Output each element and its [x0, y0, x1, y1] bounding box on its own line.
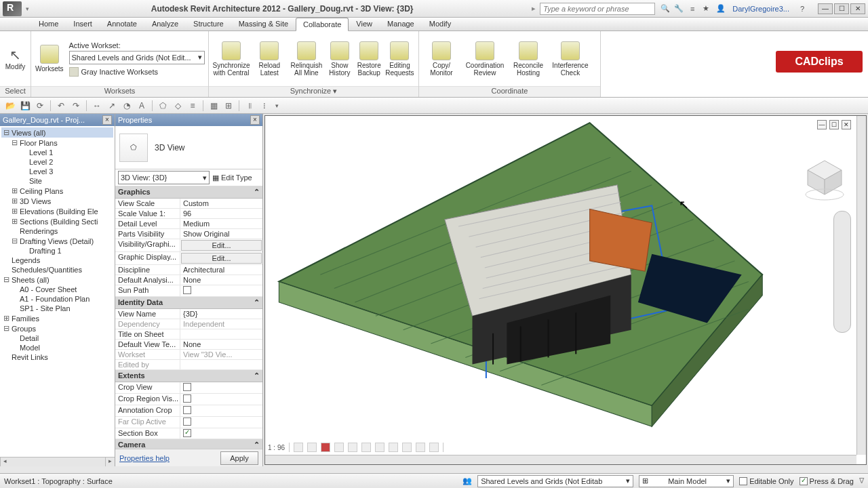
- tree-item[interactable]: ⊟Floor Plans: [1, 138, 113, 148]
- property-row[interactable]: Default Analysi...None: [115, 275, 262, 285]
- sync-qat-icon[interactable]: ⟳: [34, 100, 46, 112]
- tab-modify[interactable]: Modify: [422, 17, 458, 30]
- 3d-viewport[interactable]: — ☐ ✕ ↖ 1 : 96: [264, 115, 867, 465]
- crop-icon[interactable]: [361, 443, 371, 452]
- tree-item[interactable]: A1 - Foundation Plan: [1, 294, 113, 304]
- relinquish-button[interactable]: Relinquish All Mine: [288, 40, 326, 78]
- property-row[interactable]: Default View Te...None: [115, 340, 262, 350]
- search-icon[interactable]: 🔍: [659, 3, 671, 15]
- tree-item[interactable]: ⊞3D Views: [1, 196, 113, 206]
- tree-item[interactable]: ⊞Ceiling Plans: [1, 186, 113, 196]
- reload-latest-button[interactable]: Reload Latest: [251, 40, 288, 78]
- edit-type-button[interactable]: ▦Edit Type: [212, 171, 260, 184]
- tree-item[interactable]: ⊟Groups: [1, 323, 113, 333]
- property-row[interactable]: Visibility/Graphi...Edit...: [115, 239, 262, 252]
- rendering-icon[interactable]: [348, 443, 357, 452]
- tree-item[interactable]: Model: [1, 343, 113, 352]
- star-icon[interactable]: ★: [700, 3, 712, 15]
- view-max-icon[interactable]: ☐: [829, 120, 839, 129]
- tab-massing[interactable]: Massing & Site: [231, 17, 296, 30]
- tree-item[interactable]: ⊟Drafting Views (Detail): [1, 236, 113, 246]
- text-icon[interactable]: A: [136, 100, 148, 112]
- minimize-button[interactable]: —: [818, 3, 833, 14]
- app-menu-icon[interactable]: [3, 1, 22, 16]
- shadows-icon[interactable]: [334, 443, 344, 452]
- tree-item[interactable]: ⊟Views (all): [1, 127, 113, 138]
- editable-only-checkbox[interactable]: Editable Only: [739, 477, 793, 485]
- property-row[interactable]: Crop View: [115, 382, 262, 394]
- workset-status-icon[interactable]: 👥: [462, 476, 472, 485]
- tree-item[interactable]: ⊟Sheets (all): [1, 274, 113, 285]
- tab-analyze[interactable]: Analyze: [144, 17, 186, 30]
- crop-region-icon[interactable]: [375, 443, 384, 452]
- property-row[interactable]: Far Clip Active: [115, 417, 262, 428]
- key-icon[interactable]: 🔧: [673, 3, 685, 15]
- properties-close-icon[interactable]: ×: [250, 115, 260, 125]
- help-search-input[interactable]: [540, 3, 655, 15]
- property-grid[interactable]: Graphics⌃View ScaleCustomScale Value 1:9…: [115, 186, 262, 449]
- reconcile-button[interactable]: Reconcile Hosting: [509, 40, 548, 78]
- property-row[interactable]: Title on Sheet: [115, 329, 262, 340]
- filter-icon[interactable]: ∇: [859, 476, 864, 485]
- view-cube[interactable]: [802, 157, 847, 201]
- temp-hide-icon[interactable]: [402, 443, 412, 452]
- property-row[interactable]: Detail LevelMedium: [115, 219, 262, 229]
- thin-lines-icon[interactable]: ≡: [186, 100, 199, 112]
- browser-tree[interactable]: ⊟Views (all)⊟Floor PlansLevel 1Level 2Le…: [0, 126, 115, 457]
- tree-item[interactable]: Level 3: [1, 167, 113, 176]
- property-group-header[interactable]: Graphics⌃: [115, 186, 262, 199]
- tree-item[interactable]: Schedules/Quantities: [1, 265, 113, 274]
- press-drag-checkbox[interactable]: Press & Drag: [800, 477, 854, 485]
- status-workset-combo[interactable]: Shared Levels and Grids (Not Editab▾: [477, 475, 633, 487]
- worksharing-display-icon[interactable]: [429, 443, 439, 452]
- tab-manage[interactable]: Manage: [380, 17, 422, 30]
- interference-button[interactable]: Interference Check: [548, 40, 593, 78]
- property-row[interactable]: Annotation Crop: [115, 405, 262, 417]
- navigation-bar[interactable]: [833, 211, 851, 333]
- split-icon[interactable]: ⫶: [258, 100, 271, 112]
- tree-item[interactable]: Legends: [1, 256, 113, 265]
- 3d-icon[interactable]: ⬠: [157, 100, 169, 112]
- redo-icon[interactable]: ↷: [70, 100, 82, 112]
- tree-item[interactable]: Detail: [1, 333, 113, 343]
- property-row[interactable]: WorksetView "3D Vie...: [115, 350, 262, 360]
- lock-icon[interactable]: [389, 443, 398, 452]
- detail-level-icon[interactable]: [294, 443, 303, 452]
- worksets-button[interactable]: Worksets: [34, 43, 65, 74]
- exchange-icon[interactable]: ≡: [686, 3, 698, 15]
- qat-more-icon[interactable]: ▾: [273, 100, 280, 112]
- user-name[interactable]: DarylGregoire3...: [732, 5, 789, 13]
- tree-item[interactable]: SP1 - Site Plan: [1, 304, 113, 313]
- align-icon[interactable]: ⫴: [243, 100, 256, 112]
- property-group-header[interactable]: Identity Data⌃: [115, 297, 262, 309]
- property-group-header[interactable]: Camera⌃: [115, 439, 262, 449]
- tree-item[interactable]: A0 - Cover Sheet: [1, 285, 113, 294]
- property-row[interactable]: DisciplineArchitectural: [115, 265, 262, 275]
- tree-item[interactable]: Level 1: [1, 148, 113, 157]
- view-min-icon[interactable]: —: [817, 120, 827, 129]
- section-icon[interactable]: ◇: [172, 100, 184, 112]
- property-group-header[interactable]: Extents⌃: [115, 370, 262, 382]
- show-history-button[interactable]: Show History: [325, 40, 354, 78]
- property-row[interactable]: Parts VisibilityShow Original: [115, 229, 262, 239]
- property-row[interactable]: Crop Region Vis...: [115, 394, 262, 405]
- copy-monitor-button[interactable]: Copy/ Monitor: [422, 40, 461, 78]
- property-row[interactable]: Sun Path: [115, 285, 262, 297]
- restore-backup-button[interactable]: Restore Backup: [355, 40, 384, 78]
- tree-item[interactable]: Site: [1, 176, 113, 186]
- design-options-combo[interactable]: ⊞Main Model▾: [639, 475, 734, 487]
- measure-icon[interactable]: ↔: [91, 100, 103, 112]
- property-row[interactable]: View ScaleCustom: [115, 199, 262, 209]
- viewport-scrollbar-h[interactable]: [265, 455, 856, 464]
- tree-item[interactable]: Revit Links: [1, 352, 113, 362]
- tree-item[interactable]: ⊞Elevations (Building Ele: [1, 206, 113, 216]
- property-row[interactable]: Graphic Display...Edit...: [115, 252, 262, 265]
- tree-item[interactable]: Drafting 1: [1, 246, 113, 256]
- viewport-scrollbar-v[interactable]: [856, 116, 866, 455]
- tag-icon[interactable]: ◔: [121, 100, 133, 112]
- property-row[interactable]: View Name{3D}: [115, 309, 262, 319]
- switch-icon[interactable]: ⊞: [222, 100, 235, 112]
- editing-requests-button[interactable]: Editing Requests: [384, 40, 416, 78]
- tree-item[interactable]: ⊞Families: [1, 313, 113, 323]
- maximize-button[interactable]: ☐: [834, 3, 849, 14]
